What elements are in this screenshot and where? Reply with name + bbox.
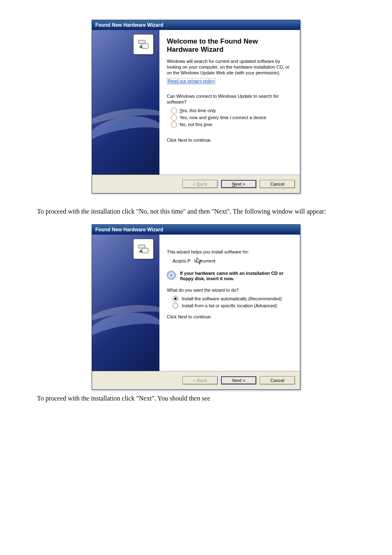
instruction-text-1: To proceed with the installation click "…: [37, 208, 355, 215]
next-button[interactable]: Next >: [221, 376, 256, 385]
helps-install-text: This wizard helps you install software f…: [167, 249, 293, 255]
click-next-text: Click Next to continue.: [167, 138, 293, 143]
option-no-not-this-time[interactable]: No, not this time: [171, 122, 293, 128]
privacy-policy-link[interactable]: Read our privacy policy: [167, 78, 215, 85]
option-yes-every-time[interactable]: Yes, now and every time I connect a devi…: [171, 115, 293, 121]
dialog-title: Found New Hardware Wizard: [92, 20, 300, 30]
next-button[interactable]: Next >: [221, 180, 256, 188]
cd-text: If your hardware came with an installati…: [180, 271, 293, 282]
hardware-icon: [133, 239, 154, 259]
dialog-content: Welcome to the Found New Hardware Wizard…: [159, 30, 300, 175]
device-name: Acqiris P Instrument: [173, 258, 293, 264]
back-button: < Back: [182, 180, 218, 188]
connect-options: Yes, this time only Yes, now and every t…: [171, 108, 293, 128]
dialog-body: This wizard helps you install software f…: [92, 235, 300, 371]
what-do-text: What do you want the wizard to do?: [167, 288, 293, 293]
back-button: < Back: [182, 376, 218, 385]
cursor-icon: [196, 257, 203, 265]
click-next-text: Click Next to continue.: [167, 314, 293, 320]
intro-text: Windows will search for current and upda…: [167, 59, 293, 76]
dialog-content: This wizard helps you install software f…: [159, 235, 300, 371]
wizard-heading: Welcome to the Found New Hardware Wizard: [167, 37, 293, 54]
cancel-button[interactable]: Cancel: [260, 180, 295, 188]
cd-icon: [167, 271, 176, 280]
wizard-sidebar-image: [92, 30, 159, 175]
instruction-text-2: To proceed with the installation click "…: [37, 395, 355, 402]
wizard-sidebar-image: [92, 235, 159, 371]
option-install-auto[interactable]: Install the software automatically (Reco…: [173, 296, 293, 302]
found-new-hardware-dialog-2: Found New Hardware Wizard This wizard he…: [92, 224, 300, 390]
dialog-title: Found New Hardware Wizard: [92, 225, 300, 235]
install-options: Install the software automatically (Reco…: [173, 296, 293, 309]
found-new-hardware-dialog-1: Found New Hardware Wizard Welcome to the…: [92, 20, 300, 193]
dialog-footer: < Back Next > Cancel: [92, 175, 300, 193]
dialog-body: Welcome to the Found New Hardware Wizard…: [92, 30, 300, 175]
cancel-button[interactable]: Cancel: [260, 376, 295, 385]
svg-rect-2: [138, 245, 145, 248]
option-yes-this-time[interactable]: Yes, this time only: [171, 108, 293, 114]
option-install-list[interactable]: Install from a list or specific location…: [173, 303, 293, 309]
svg-rect-0: [138, 40, 145, 44]
connect-question: Can Windows connect to Windows Update to…: [167, 94, 293, 105]
dialog-footer: < Back Next > Cancel: [92, 371, 300, 389]
hardware-icon: [133, 34, 154, 55]
insert-cd-notice: If your hardware came with an installati…: [167, 271, 293, 282]
